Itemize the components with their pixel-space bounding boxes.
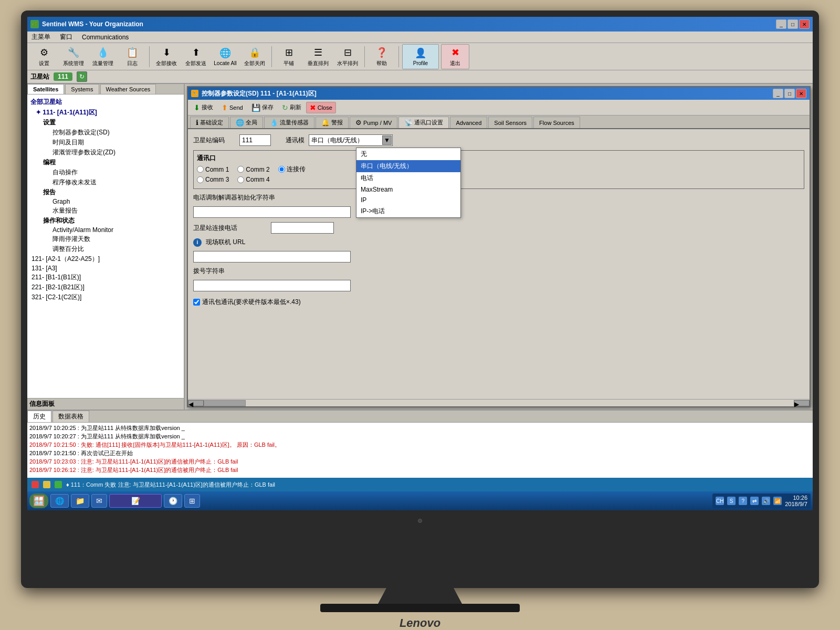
tab-weather[interactable]: Weather Sources — [100, 84, 156, 94]
tree-item-s121[interactable]: 121- [A2-1（A22-A25）] — [29, 254, 182, 264]
send-all-button[interactable]: ⬆ 全部发送 — [182, 44, 209, 69]
scrollbar-left-btn[interactable]: ◀ — [188, 400, 204, 406]
tree-root-all[interactable]: 全部卫星站 — [29, 97, 182, 108]
locate-all-button[interactable]: 🌐 Locate All — [212, 44, 239, 69]
tree-status-label[interactable]: 操作和状态 — [42, 216, 182, 226]
tree-item-alarm[interactable]: Activity/Alarm Monitor — [50, 226, 182, 234]
help-button[interactable]: ❓ 帮助 — [368, 44, 395, 69]
tree-item-zd[interactable]: 灌溉管理参数设定(ZD) — [50, 148, 182, 158]
start-button[interactable]: 🪟 — [29, 494, 48, 508]
dropdown-item-phone[interactable]: 电话 — [356, 172, 460, 184]
taskbar-ie-button[interactable]: 🌐 — [50, 494, 69, 508]
tile-button[interactable]: ⊞ 平铺 — [275, 44, 302, 69]
tab-flow-sensor[interactable]: 💧 流量传感器 — [264, 117, 314, 128]
dropdown-item-maxstream[interactable]: MaxStream — [356, 184, 460, 195]
scrollbar-right-btn[interactable]: ▶ — [794, 400, 810, 406]
scrollbar-track[interactable] — [204, 400, 794, 406]
exit-button[interactable]: ✖ 退出 — [441, 44, 469, 69]
tree-programming-label[interactable]: 编程 — [42, 158, 182, 167]
minimize-button[interactable]: _ — [776, 19, 786, 29]
radio-comm4[interactable]: Comm 4 — [237, 176, 269, 183]
menu-main[interactable]: 主菜单 — [29, 32, 52, 43]
taskbar-apps-button[interactable]: ⊞ — [184, 494, 200, 508]
tab-systems[interactable]: Systems — [65, 84, 99, 94]
close-button[interactable]: ✕ — [799, 19, 810, 29]
system-manage-button[interactable]: 🔧 系统管理 — [60, 44, 87, 69]
recv-all-button[interactable]: ⬇ 全部接收 — [153, 44, 180, 69]
dialog-hscrollbar[interactable]: ◀ ▶ — [188, 399, 810, 406]
comm-mode-select[interactable]: 串口（电线/无线） 无 电话 MaxStream IP IP->电话 — [309, 134, 393, 146]
tree-item-auto[interactable]: 自动操作 — [50, 167, 182, 177]
radio-conn-input[interactable] — [278, 166, 285, 173]
menu-communications[interactable]: Communications — [80, 33, 131, 42]
menu-window[interactable]: 窗口 — [58, 32, 75, 43]
dialog-recv-button[interactable]: ⬇ 接收 — [190, 102, 217, 113]
radio-comm2[interactable]: Comm 2 — [237, 165, 269, 174]
tab-alarm[interactable]: 🔔 警报 — [316, 117, 349, 128]
dial-input[interactable] — [193, 280, 351, 291]
tab-comm-settings[interactable]: 📡 通讯口设置 — [398, 117, 449, 128]
tree-reports-label[interactable]: 报告 — [42, 187, 182, 197]
tree-item-unsent[interactable]: 程序修改未发送 — [50, 177, 182, 187]
tray-icon-net[interactable]: 📶 — [773, 497, 782, 505]
dropdown-item-serial[interactable]: 串口（电线/无线） — [356, 160, 460, 172]
radio-comm3-input[interactable] — [197, 176, 204, 183]
tab-global[interactable]: 🌐 全局 — [230, 117, 263, 128]
dialog-close-button[interactable]: ✕ — [796, 89, 806, 98]
dialog-save-button[interactable]: 💾 保存 — [248, 102, 277, 113]
tab-history[interactable]: 历史 — [27, 411, 51, 422]
radio-comm3[interactable]: Comm 3 — [197, 176, 229, 183]
dialog-maximize-button[interactable]: □ — [784, 89, 795, 98]
tab-basic-settings[interactable]: ℹ 基础设定 — [190, 117, 229, 128]
tab-flow-sources[interactable]: Flow Sources — [533, 117, 580, 128]
tree-item-s211[interactable]: 211- [B1-1(B1区)] — [29, 272, 182, 282]
station-refresh-button[interactable]: ↻ — [77, 71, 87, 82]
tab-soil[interactable]: Soil Sensors — [488, 117, 532, 128]
taskbar-mail-button[interactable]: ✉ — [91, 494, 107, 508]
comm-packet-checkbox[interactable] — [193, 299, 200, 306]
comm-packet-checkbox-label[interactable]: 通讯包通讯(要求硬件版本最低×.43) — [193, 298, 301, 307]
dropdown-item-ip[interactable]: IP — [356, 195, 460, 205]
tab-advanced[interactable]: Advanced — [450, 117, 487, 128]
log-button[interactable]: 📋 日志 — [119, 44, 146, 69]
h-arrange-button[interactable]: ⊟ 水平排列 — [334, 44, 361, 69]
radio-comm2-input[interactable] — [237, 166, 244, 173]
tab-satellites[interactable]: Satellites — [27, 84, 64, 94]
site-url-input[interactable] — [193, 251, 351, 262]
tree-item-s131[interactable]: 131- [A3] — [29, 264, 182, 272]
tray-icon-s[interactable]: S — [727, 497, 736, 505]
tab-pump[interactable]: ⚙ Pump / MV — [350, 117, 397, 128]
profile-button[interactable]: 👤 Profile — [402, 44, 439, 69]
tree-item-s221[interactable]: 221- [B2-1(B21区)] — [29, 282, 182, 292]
dropdown-item-none[interactable]: 无 — [356, 148, 460, 160]
tree-item-sd[interactable]: 控制器参数设定(SD) — [50, 128, 182, 138]
flow-manage-button[interactable]: 💧 流量管理 — [89, 44, 117, 69]
dialog-minimize-button[interactable]: _ — [773, 89, 783, 98]
dialog-refresh-button[interactable]: ↻ 刷新 — [278, 102, 305, 113]
dropdown-arrow-button[interactable]: ▼ — [382, 135, 392, 145]
scrollbar-thumb[interactable] — [204, 400, 246, 406]
phone-init-input[interactable] — [193, 206, 351, 218]
settings-button[interactable]: ⚙ 设置 — [30, 44, 58, 69]
radio-comm1[interactable]: Comm 1 — [197, 165, 229, 174]
v-arrange-button[interactable]: ☰ 垂直排列 — [304, 44, 332, 69]
tree-item-graph[interactable]: Graph — [50, 197, 182, 206]
tray-icon-vol[interactable]: 🔊 — [762, 497, 770, 505]
dialog-close-btn[interactable]: ✖ Close — [306, 102, 336, 113]
taskbar-folder-button[interactable]: 📁 — [71, 494, 89, 508]
tree-settings-label[interactable]: 设置 — [42, 118, 182, 128]
close-all-button[interactable]: 🔒 全部关闭 — [241, 44, 268, 69]
tree-item-s111[interactable]: ✦ 111- [A1-1(A11)区] — [34, 108, 182, 118]
tray-icon-arrows[interactable]: ⇄ — [750, 497, 759, 505]
dropdown-item-ip-phone[interactable]: IP->电话 — [356, 205, 460, 217]
station-phone-input[interactable] — [271, 222, 334, 234]
monitor-power-button[interactable] — [418, 519, 422, 523]
dialog-send-button[interactable]: ⬆ Send — [218, 102, 247, 113]
taskbar-notepad-button[interactable]: 📝 — [109, 494, 162, 508]
taskbar-clock-button[interactable]: 🕐 — [164, 494, 182, 508]
tree-item-rain[interactable]: 降雨停灌天数 — [50, 234, 182, 244]
radio-comm1-input[interactable] — [197, 166, 204, 173]
tree-item-percent[interactable]: 调整百分比 — [50, 244, 182, 254]
radio-comm4-input[interactable] — [237, 176, 244, 183]
tree-item-water-report[interactable]: 水量报告 — [50, 206, 182, 216]
